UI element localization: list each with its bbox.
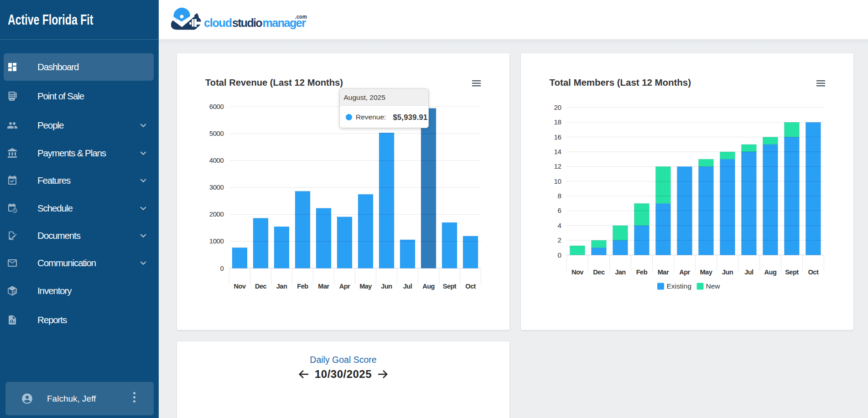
svg-text:3000: 3000 [209, 183, 224, 191]
svg-text:4: 4 [557, 222, 561, 229]
svg-text:Dec: Dec [255, 283, 267, 290]
svg-text:Jul: Jul [403, 283, 412, 290]
svg-text:Mar: Mar [657, 268, 669, 276]
svg-text:Dec: Dec [593, 268, 605, 276]
svg-text:May: May [700, 268, 712, 276]
svg-text:2000: 2000 [209, 210, 224, 218]
svg-text:Oct: Oct [808, 268, 818, 276]
svg-text:6000: 6000 [209, 103, 224, 110]
svg-text:Feb: Feb [297, 283, 308, 290]
svg-text:Nov: Nov [234, 283, 246, 290]
svg-text:18: 18 [554, 118, 561, 126]
svg-text:Oct: Oct [465, 283, 476, 290]
svg-text:Total Members (Last 12 Months): Total Members (Last 12 Months) [549, 77, 691, 88]
svg-text:Aug: Aug [422, 283, 435, 290]
svg-text:Aug: Aug [764, 268, 776, 276]
svg-text:Total Revenue (Last 12 Months): Total Revenue (Last 12 Months) [205, 77, 343, 88]
svg-text:Sept: Sept [443, 283, 457, 290]
svg-text:12: 12 [554, 162, 561, 170]
svg-text:Jul: Jul [744, 268, 753, 276]
svg-text:0: 0 [557, 251, 561, 259]
svg-text:Jun: Jun [381, 283, 392, 290]
svg-text:10: 10 [554, 177, 561, 185]
svg-text:1000: 1000 [209, 237, 224, 245]
svg-text:8: 8 [557, 192, 561, 200]
svg-text:Jan: Jan [276, 283, 287, 290]
svg-text:Mar: Mar [318, 283, 329, 290]
svg-text:16: 16 [554, 133, 561, 141]
svg-text:0: 0 [220, 264, 224, 272]
svg-text:Sept: Sept [785, 268, 799, 276]
svg-text:20: 20 [554, 103, 561, 111]
svg-text:Nov: Nov [571, 268, 583, 276]
svg-text:Jun: Jun [722, 268, 733, 276]
svg-text:5000: 5000 [209, 129, 224, 137]
svg-text:.com: .com [295, 13, 307, 20]
svg-text:2: 2 [557, 236, 561, 244]
svg-text:New: New [706, 282, 720, 290]
svg-text:Apr: Apr [679, 268, 690, 276]
svg-text:Existing: Existing [666, 282, 691, 290]
svg-text:4000: 4000 [209, 156, 224, 164]
svg-text:Feb: Feb [636, 268, 647, 276]
svg-text:6: 6 [557, 206, 561, 214]
svg-text:cloudstudiomanager: cloudstudiomanager [204, 16, 306, 29]
svg-text:Jan: Jan [615, 268, 626, 276]
svg-text:14: 14 [554, 148, 561, 155]
svg-text:May: May [359, 283, 372, 290]
svg-text:Apr: Apr [339, 283, 350, 290]
